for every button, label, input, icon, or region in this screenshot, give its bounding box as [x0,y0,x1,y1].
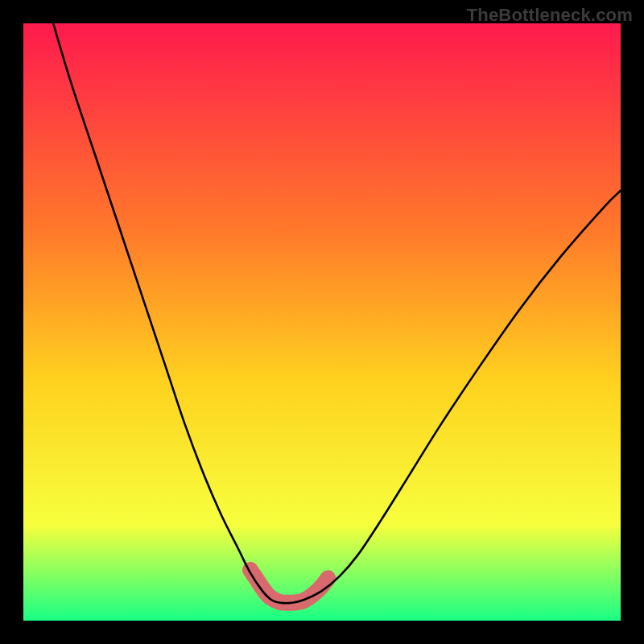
frame: TheBottleneck.com [0,0,644,644]
chart-area [23,23,621,621]
gradient-background [23,23,621,621]
watermark-text: TheBottleneck.com [467,5,633,26]
chart-svg [23,23,621,621]
